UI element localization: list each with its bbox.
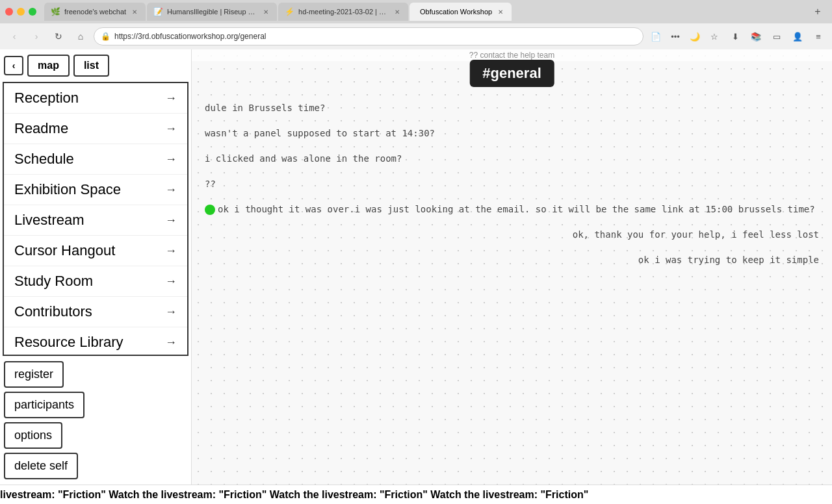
chat-message-m6: ok, thank you for your help, i feel less…: [205, 228, 819, 242]
tab-label: hd-meeting-2021-03-02 | Ethe...: [298, 8, 389, 16]
nav-item-schedule[interactable]: Schedule→: [4, 144, 187, 175]
tab-tab1[interactable]: 🌿freenode's webchat✕: [44, 3, 146, 21]
nav-list: Reception→Readme→Schedule→Exhibition Spa…: [3, 82, 188, 356]
tab-label: Obfuscation Workshop: [420, 8, 492, 16]
nav-item-arrow: →: [165, 122, 177, 136]
chat-message-m4: ??: [205, 177, 819, 191]
nav-item-label: Readme: [14, 120, 68, 137]
nav-item-arrow: →: [165, 153, 177, 166]
page-content: ‹ map list Reception→Readme→Schedule→Exh…: [0, 49, 832, 485]
nav-item-resource-library[interactable]: Resource Library→: [4, 327, 187, 356]
nav-item-contributors[interactable]: Contributors→: [4, 297, 187, 327]
nav-item-exhibition-space[interactable]: Exhibition Space→: [4, 175, 187, 205]
nav-item-arrow: →: [165, 183, 177, 197]
tab-tab2[interactable]: 📝HumansIllegible | Riseup Pad✕: [147, 3, 277, 21]
sidebar-back-button[interactable]: ‹: [4, 56, 23, 75]
nav-item-label: Exhibition Space: [14, 181, 121, 198]
nav-item-arrow: →: [165, 92, 177, 105]
nav-item-readme[interactable]: Readme→: [4, 114, 187, 144]
bookmark-button[interactable]: ☆: [706, 28, 723, 45]
nav-item-livestream[interactable]: Livestream→: [4, 205, 187, 236]
account-button[interactable]: 👤: [789, 28, 806, 45]
library-button[interactable]: 📚: [748, 28, 764, 45]
chat-message-m1: dule in Brussels time?: [205, 101, 819, 115]
nav-item-reception[interactable]: Reception→: [4, 83, 187, 114]
tab-tab4[interactable]: Obfuscation Workshop✕: [410, 3, 512, 21]
list-view-button[interactable]: list: [73, 55, 109, 77]
tab-favicon: ⚡: [285, 7, 294, 16]
main-content: ?? contact the help team #general dule i…: [192, 49, 832, 485]
nav-item-label: Schedule: [14, 151, 74, 168]
browser-chrome: 🌿freenode's webchat✕📝HumansIllegible | R…: [0, 0, 832, 49]
nav-item-arrow: →: [165, 336, 177, 349]
nav-item-study-room[interactable]: Study Room→: [4, 266, 187, 297]
more-actions-button[interactable]: •••: [667, 28, 684, 45]
window-controls: [5, 8, 36, 16]
options-button[interactable]: options: [4, 422, 62, 449]
nav-item-arrow: →: [165, 305, 177, 319]
lock-icon: 🔒: [101, 32, 110, 41]
nav-item-label: Study Room: [14, 273, 93, 290]
tab-close-button[interactable]: ✕: [393, 7, 402, 16]
bottom-ticker: livestream: "Friction" Watch the livestr…: [0, 485, 832, 504]
address-bar[interactable]: 🔒 https://3rd.obfuscationworkshop.org/ge…: [94, 27, 644, 45]
address-bar-actions: 📄 ••• 🌙 ☆: [647, 28, 723, 45]
forward-nav-button[interactable]: ›: [27, 27, 46, 45]
tab-close-button[interactable]: ✕: [496, 7, 505, 16]
minimize-button[interactable]: [17, 8, 25, 16]
url-display: https://3rd.obfuscationworkshop.org/gene…: [114, 32, 266, 41]
download-button[interactable]: ⬇: [727, 28, 744, 45]
tab-close-button[interactable]: ✕: [130, 7, 139, 16]
tab-label: HumansIllegible | Riseup Pad: [167, 8, 257, 16]
maximize-button[interactable]: [29, 8, 36, 16]
ticker-text: livestream: "Friction" Watch the livestr…: [0, 489, 588, 501]
back-nav-button[interactable]: ‹: [5, 27, 23, 45]
user-avatar: [205, 205, 215, 215]
nav-item-cursor-hangout[interactable]: Cursor Hangout→: [4, 236, 187, 266]
chat-message-m7: ok i was trying to keep it simple: [205, 253, 819, 267]
reader-mode-button[interactable]: 📄: [647, 28, 664, 45]
channel-badge: #general: [469, 60, 554, 87]
nav-item-label: Contributors: [14, 303, 92, 320]
nav-item-label: Cursor Hangout: [14, 242, 115, 259]
chat-message-m5: ok i thought it was over.i was just look…: [205, 203, 819, 216]
tab-label: freenode's webchat: [64, 8, 126, 16]
chat-message-m3: i clicked and was alone in the room?: [205, 152, 819, 166]
sidebar-toggle-button[interactable]: ▭: [768, 28, 785, 45]
tab-close-button[interactable]: ✕: [261, 7, 270, 16]
tab-favicon: 🌿: [51, 7, 60, 16]
participants-button[interactable]: participants: [4, 392, 84, 418]
address-bar-row: ‹ › ↻ ⌂ 🔒 https://3rd.obfuscationworksho…: [0, 23, 832, 49]
sidebar: ‹ map list Reception→Readme→Schedule→Exh…: [0, 49, 192, 485]
new-tab-button[interactable]: +: [809, 3, 827, 21]
nav-item-label: Resource Library: [14, 334, 124, 351]
tabs-container: 🌿freenode's webchat✕📝HumansIllegible | R…: [44, 3, 807, 21]
nav-item-label: Livestream: [14, 212, 84, 229]
pocket-button[interactable]: 🌙: [686, 28, 703, 45]
reload-button[interactable]: ↻: [49, 27, 68, 45]
map-view-button[interactable]: map: [27, 55, 70, 77]
nav-item-arrow: →: [165, 244, 177, 258]
chat-messages: dule in Brussels time?wasn't a panel sup…: [192, 88, 832, 485]
home-button[interactable]: ⌂: [72, 27, 90, 45]
menu-button[interactable]: ≡: [810, 28, 827, 45]
nav-item-arrow: →: [165, 214, 177, 227]
sidebar-top-bar: ‹ map list: [0, 49, 191, 82]
tab-favicon: 📝: [153, 7, 163, 16]
chat-message-m2: wasn't a panel supposed to start at 14:3…: [205, 127, 819, 140]
tab-bar: 🌿freenode's webchat✕📝HumansIllegible | R…: [0, 0, 832, 23]
nav-item-label: Reception: [14, 90, 79, 107]
delete-self-button[interactable]: delete self: [4, 453, 78, 479]
sidebar-actions: registerparticipantsoptionsdelete self: [0, 356, 191, 485]
nav-item-arrow: →: [165, 275, 177, 288]
tab-tab3[interactable]: ⚡hd-meeting-2021-03-02 | Ethe...✕: [278, 3, 408, 21]
register-button[interactable]: register: [4, 361, 64, 388]
close-button[interactable]: [5, 8, 13, 16]
